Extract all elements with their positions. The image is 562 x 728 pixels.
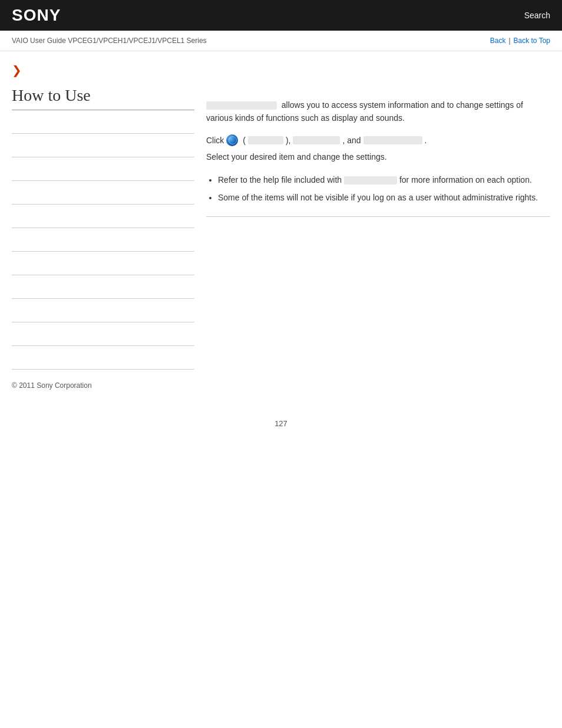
bullet-2-text: Some of the items will not be visible if…	[218, 193, 538, 202]
content-area: allows you to access system information …	[206, 63, 550, 390]
step-click-label: Click	[206, 136, 224, 145]
content-divider	[206, 216, 550, 217]
main-container: ❯ How to Use © 2011 Sony Corporation all…	[0, 51, 562, 401]
redacted-text-1	[206, 101, 277, 110]
sidebar: ❯ How to Use © 2011 Sony Corporation	[12, 63, 194, 390]
back-to-top-link[interactable]: Back to Top	[514, 37, 550, 45]
bullet-1-prefix: Refer to the help file included with	[218, 175, 342, 185]
redacted-text-3	[293, 136, 340, 144]
page-number: 127	[0, 419, 562, 428]
step-2-text: Select your desired item and change the …	[206, 152, 387, 162]
step-2-line: Select your desired item and change the …	[206, 152, 550, 162]
list-item[interactable]	[12, 205, 194, 228]
list-item[interactable]	[12, 322, 194, 346]
list-item[interactable]	[12, 110, 194, 134]
redacted-text-2	[248, 136, 283, 144]
back-link[interactable]: Back	[490, 37, 506, 45]
redacted-text-4	[363, 136, 422, 144]
list-item[interactable]	[12, 346, 194, 370]
redacted-text-5	[344, 176, 397, 185]
nav-separator: |	[508, 37, 510, 45]
bullet-1-suffix: for more information on each option.	[399, 175, 532, 185]
bullet-list: Refer to the help file included with for…	[218, 173, 550, 205]
list-item: Refer to the help file included with for…	[218, 173, 550, 187]
guide-title: VAIO User Guide VPCEG1/VPCEH1/VPCEJ1/VPC…	[12, 37, 207, 45]
list-item[interactable]	[12, 299, 194, 322]
list-item[interactable]	[12, 275, 194, 299]
sony-logo: SONY	[12, 6, 61, 25]
sidebar-arrow: ❯	[12, 63, 194, 77]
list-item[interactable]	[12, 181, 194, 205]
copyright-text: © 2011 Sony Corporation	[12, 381, 194, 390]
list-item[interactable]	[12, 134, 194, 157]
list-item[interactable]	[12, 252, 194, 275]
content-paragraph-1: allows you to access system information …	[206, 98, 550, 125]
globe-icon	[226, 134, 238, 146]
search-button[interactable]: Search	[524, 11, 550, 20]
list-item: Some of the items will not be visible if…	[218, 191, 550, 205]
header: SONY Search	[0, 0, 562, 31]
sidebar-title: How to Use	[12, 86, 194, 105]
breadcrumb-links: Back | Back to Top	[490, 37, 550, 45]
step-1-line: Click ( ), , and .	[206, 134, 550, 146]
list-item[interactable]	[12, 157, 194, 181]
list-item[interactable]	[12, 228, 194, 252]
breadcrumb-bar: VAIO User Guide VPCEG1/VPCEH1/VPCEJ1/VPC…	[0, 31, 562, 51]
